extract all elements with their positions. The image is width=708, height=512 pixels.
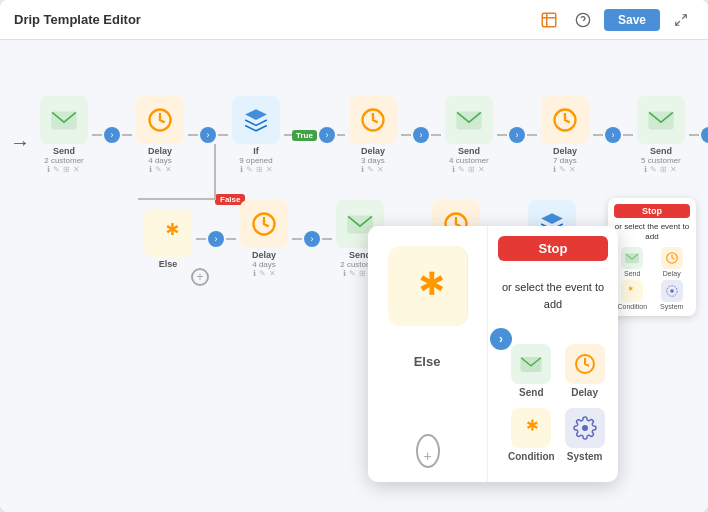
popup-event-delay[interactable]: Delay bbox=[565, 344, 605, 398]
add-btn-delay5-send5[interactable]: › bbox=[304, 231, 320, 247]
delay2-info: Delay 3 days ℹ ✎ ✕ bbox=[361, 146, 385, 174]
delay3-info-icon[interactable]: ℹ bbox=[553, 165, 556, 174]
expand-button[interactable] bbox=[668, 7, 694, 33]
delay3-edit2[interactable]: ✕ bbox=[569, 165, 576, 174]
arrow-if1-delay2: True › bbox=[284, 127, 345, 143]
delay2-icon-box[interactable] bbox=[349, 96, 397, 144]
delay5-info: Delay 4 days ℹ ✎ ✕ bbox=[252, 250, 276, 278]
if1-edit3[interactable]: ✕ bbox=[266, 165, 273, 174]
popup-event-condition-label: Condition bbox=[508, 451, 555, 462]
popup-else-icon[interactable]: ＊ bbox=[388, 246, 468, 326]
add-btn-2-3[interactable]: › bbox=[200, 127, 216, 143]
else1-label: Else bbox=[159, 259, 178, 269]
delay2-edit1[interactable]: ✎ bbox=[367, 165, 374, 174]
send2-info-icon[interactable]: ℹ bbox=[452, 165, 455, 174]
delay5-edit2[interactable]: ✕ bbox=[269, 269, 276, 278]
stop-icon-send-label: Send bbox=[624, 270, 640, 277]
else1-info: Else bbox=[159, 259, 178, 269]
add-circle-btn[interactable]: + bbox=[191, 268, 209, 286]
popup-event-condition[interactable]: ＊ Condition bbox=[508, 408, 555, 462]
node-delay3: Delay 7 days ℹ ✎ ✕ bbox=[537, 96, 593, 174]
add-btn-4-5[interactable]: › bbox=[413, 127, 429, 143]
send2-edit3[interactable]: ✕ bbox=[478, 165, 485, 174]
if1-edit1[interactable]: ✎ bbox=[246, 165, 253, 174]
send3-edit2[interactable]: ⊞ bbox=[660, 165, 667, 174]
send1-info-icon[interactable]: ℹ bbox=[47, 165, 50, 174]
save-button[interactable]: Save bbox=[604, 9, 660, 31]
send2-icon-box[interactable] bbox=[445, 96, 493, 144]
stop-icon-send[interactable]: Send bbox=[614, 247, 651, 277]
delay3-icon-box[interactable] bbox=[541, 96, 589, 144]
delay1-edit1[interactable]: ✎ bbox=[155, 165, 162, 174]
arrow-delay5-send5: › bbox=[292, 231, 332, 247]
svg-point-20 bbox=[670, 289, 674, 293]
delay5-edit1[interactable]: ✎ bbox=[259, 269, 266, 278]
send5-info-icon[interactable]: ℹ bbox=[343, 269, 346, 278]
send3-info-icon[interactable]: ℹ bbox=[644, 165, 647, 174]
node-if1: If 9 opened ℹ ✎ ⊞ ✕ bbox=[228, 96, 284, 174]
send1-edit1[interactable]: ✎ bbox=[53, 165, 60, 174]
arrow-6-7: › bbox=[593, 127, 633, 143]
delay5-icon-box[interactable] bbox=[240, 200, 288, 248]
node-send1: Send 2 customer ℹ ✎ ⊞ ✕ bbox=[36, 96, 92, 174]
delay3-edit1[interactable]: ✎ bbox=[559, 165, 566, 174]
send3-edit3[interactable]: ✕ bbox=[670, 165, 677, 174]
delay1-edit2[interactable]: ✕ bbox=[165, 165, 172, 174]
send2-edit1[interactable]: ✎ bbox=[458, 165, 465, 174]
send3-actions: ℹ ✎ ⊞ ✕ bbox=[644, 165, 677, 174]
else1-icon-box[interactable]: ＊ bbox=[144, 209, 192, 257]
if1-info-icon[interactable]: ℹ bbox=[240, 165, 243, 174]
send1-actions: ℹ ✎ ⊞ ✕ bbox=[47, 165, 80, 174]
if1-icon-box[interactable] bbox=[232, 96, 280, 144]
delay1-icon-box[interactable] bbox=[136, 96, 184, 144]
send2-actions: ℹ ✎ ⊞ ✕ bbox=[452, 165, 485, 174]
node-delay5: Delay 4 days ℹ ✎ ✕ bbox=[236, 200, 292, 278]
add-btn-5-6[interactable]: › bbox=[509, 127, 525, 143]
add-btn-3-4[interactable]: › bbox=[319, 127, 335, 143]
svg-point-26 bbox=[582, 425, 588, 431]
arrow-5-6: › bbox=[497, 127, 537, 143]
app-title: Drip Template Editor bbox=[14, 12, 141, 27]
svg-text:＊: ＊ bbox=[626, 285, 635, 295]
add-btn-7-8[interactable]: › bbox=[701, 127, 708, 143]
send1-edit3[interactable]: ✕ bbox=[73, 165, 80, 174]
add-circle-row2: + bbox=[191, 268, 209, 286]
test-button[interactable] bbox=[536, 7, 562, 33]
popup-event-system[interactable]: System bbox=[565, 408, 605, 462]
send2-edit2[interactable]: ⊞ bbox=[468, 165, 475, 174]
add-btn-6-7[interactable]: › bbox=[605, 127, 621, 143]
header: Drip Template Editor Save bbox=[0, 0, 708, 40]
delay2-info-icon[interactable]: ℹ bbox=[361, 165, 364, 174]
popup-else-add-btn[interactable]: + bbox=[416, 434, 440, 468]
add-btn-1-2[interactable]: › bbox=[104, 127, 120, 143]
if1-sublabel: 9 opened bbox=[239, 156, 272, 165]
if1-edit2[interactable]: ⊞ bbox=[256, 165, 263, 174]
svg-text:＊: ＊ bbox=[159, 219, 182, 247]
stop-card-icons: Send Delay ＊ bbox=[614, 247, 690, 310]
stop-icon-delay-label: Delay bbox=[663, 270, 681, 277]
popup-event-system-label: System bbox=[567, 451, 603, 462]
send1-edit2[interactable]: ⊞ bbox=[63, 165, 70, 174]
delay2-label: Delay bbox=[361, 146, 385, 156]
add-btn-else1-delay5[interactable]: › bbox=[208, 231, 224, 247]
send3-edit1[interactable]: ✎ bbox=[650, 165, 657, 174]
send1-label: Send bbox=[53, 146, 75, 156]
delay1-info-icon[interactable]: ℹ bbox=[149, 165, 152, 174]
arrow-2-3: › bbox=[188, 127, 228, 143]
send2-label: Send bbox=[458, 146, 480, 156]
delay5-info-icon[interactable]: ℹ bbox=[253, 269, 256, 278]
send3-icon-box[interactable] bbox=[637, 96, 685, 144]
popup-stop-section: Stop or select the event to add Send bbox=[488, 226, 618, 482]
stop-icon-condition[interactable]: ＊ Condition bbox=[614, 280, 651, 310]
send1-icon-box[interactable] bbox=[40, 96, 88, 144]
if1-info: If 9 opened ℹ ✎ ⊞ ✕ bbox=[239, 146, 272, 174]
popup-event-send[interactable]: Send bbox=[508, 344, 555, 398]
svg-text:＊: ＊ bbox=[406, 266, 453, 316]
popup-connector-btn[interactable]: › bbox=[490, 328, 512, 350]
stop-icon-system[interactable]: System bbox=[654, 280, 691, 310]
delay2-edit2[interactable]: ✕ bbox=[377, 165, 384, 174]
send5-edit1[interactable]: ✎ bbox=[349, 269, 356, 278]
stop-icon-delay[interactable]: Delay bbox=[654, 247, 691, 277]
help-button[interactable] bbox=[570, 7, 596, 33]
send5-edit2[interactable]: ⊞ bbox=[359, 269, 366, 278]
